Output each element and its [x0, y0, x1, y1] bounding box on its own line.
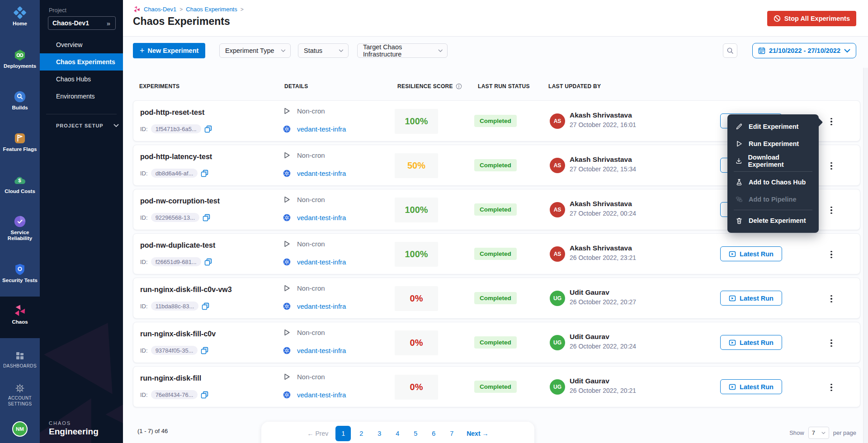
infrastructure-link[interactable]: vedant-test-infra: [297, 214, 346, 222]
experiment-id-line: ID: 76e8f434-76...: [140, 390, 208, 399]
page-size-value: 7: [812, 429, 815, 436]
latest-run-button[interactable]: Latest Run: [720, 246, 782, 261]
rail-item-account-settings[interactable]: ACCOUNT SETTINGS: [0, 383, 40, 407]
breadcrumb-project-link[interactable]: Chaos-Dev1: [144, 6, 176, 13]
user-avatar: UG: [550, 335, 565, 350]
copy-icon[interactable]: [202, 302, 209, 310]
infrastructure-link[interactable]: vedant-test-infra: [297, 125, 346, 133]
infrastructure-link[interactable]: vedant-test-infra: [297, 258, 346, 266]
infrastructure-link[interactable]: vedant-test-infra: [297, 391, 346, 399]
experiment-name: run-nginx-disk-fill-c0v: [140, 330, 216, 338]
kubernetes-icon: [283, 170, 291, 177]
latest-run-button[interactable]: Latest Run: [720, 335, 782, 350]
menu-item-run-experiment[interactable]: Run Experiment: [727, 135, 819, 152]
status-filter[interactable]: Status: [298, 43, 349, 58]
rail-item-deployments[interactable]: Deployments: [0, 49, 40, 69]
resilience-score: 100%: [395, 198, 438, 222]
project-selector[interactable]: Chaos-Dev1 »: [48, 16, 116, 30]
schedule-line: Non-cron: [283, 329, 325, 336]
rail-item-cloud-costs[interactable]: $ Cloud Costs: [0, 174, 40, 194]
user-avatar[interactable]: NM: [12, 421, 28, 437]
rail-item-feature-flags[interactable]: Feature Flags: [0, 132, 40, 152]
prev-page-button[interactable]: ← Prev: [307, 430, 329, 437]
menu-item-label: Add to Chaos Hub: [749, 179, 806, 186]
status-badge: Completed: [474, 292, 517, 304]
row-menu-button[interactable]: [828, 203, 835, 217]
info-icon[interactable]: [456, 83, 462, 90]
schedule-label: Non-cron: [297, 329, 325, 336]
updated-by-name: Udit Gaurav: [570, 377, 609, 385]
page-button-3[interactable]: 3: [372, 426, 387, 441]
row-menu-button[interactable]: [828, 380, 835, 395]
copy-icon[interactable]: [201, 347, 208, 354]
page-button-5[interactable]: 5: [408, 426, 423, 441]
page-button-2[interactable]: 2: [354, 426, 369, 441]
pagination: ← Prev 1234567 Next →: [261, 422, 534, 443]
show-label: Show: [789, 429, 804, 436]
collapse-nav-button[interactable]: »: [106, 19, 111, 27]
infrastructure-line: vedant-test-infra: [283, 170, 346, 177]
date-range-picker[interactable]: 21/10/2022 - 27/10/2022: [752, 43, 856, 58]
search-button[interactable]: [723, 43, 737, 58]
row-menu-button[interactable]: [828, 336, 835, 350]
menu-item-delete-experiment[interactable]: Delete Experiment: [727, 212, 819, 229]
latest-run-button[interactable]: Latest Run: [720, 379, 782, 394]
row-menu-button[interactable]: [828, 247, 835, 262]
nav-item-environments[interactable]: Environments: [40, 88, 123, 105]
page-size-select[interactable]: 7: [808, 427, 829, 439]
page-button-4[interactable]: 4: [390, 426, 405, 441]
updated-by-date: 26 October 2022, 20:27: [570, 298, 636, 306]
nav-item-overview[interactable]: Overview: [40, 36, 123, 53]
updated-by-date: 26 October 2022, 20:24: [570, 343, 636, 350]
copy-icon[interactable]: [201, 391, 208, 399]
play-outline-icon: [283, 196, 291, 203]
rail-item-security-tests[interactable]: Security Tests: [0, 263, 40, 283]
target-infrastructure-filter[interactable]: Target Chaos Infrastructure: [357, 43, 448, 58]
infrastructure-link[interactable]: vedant-test-infra: [297, 302, 346, 310]
new-experiment-label: New Experiment: [148, 47, 199, 54]
infrastructure-link[interactable]: vedant-test-infra: [297, 170, 346, 177]
rail-item-dashboards[interactable]: DASHBOARDS: [0, 350, 40, 369]
nav-item-chaos-hubs[interactable]: Chaos Hubs: [40, 71, 123, 88]
page-button-7[interactable]: 7: [444, 426, 459, 441]
project-label: Project: [49, 7, 66, 14]
copy-icon[interactable]: [204, 258, 212, 266]
experiment-id-line: ID: 92296568-13...: [140, 213, 210, 222]
new-experiment-button[interactable]: + New Experiment: [133, 43, 205, 58]
menu-item-download-experiment[interactable]: Download Experiment: [727, 152, 819, 170]
next-page-button[interactable]: Next →: [467, 430, 488, 437]
experiment-type-filter[interactable]: Experiment Type: [219, 43, 291, 58]
schedule-label: Non-cron: [297, 151, 325, 159]
project-setup-toggle[interactable]: PROJECT SETUP: [56, 123, 119, 128]
copy-icon[interactable]: [204, 125, 212, 133]
copy-icon[interactable]: [203, 214, 210, 222]
builds-icon: [14, 90, 26, 103]
scrollbar-track[interactable]: [863, 68, 868, 443]
home-icon: [14, 6, 26, 19]
copy-icon[interactable]: [201, 170, 208, 177]
infrastructure-link[interactable]: vedant-test-infra: [297, 347, 346, 354]
rail-item-builds[interactable]: Builds: [0, 90, 40, 111]
experiment-name: pod-http-reset-test: [140, 108, 204, 117]
updated-by-name: Udit Gaurav: [570, 333, 609, 341]
experiment-name: run-nginx-disk-fill-c0v-vw3: [140, 286, 232, 294]
row-menu-button[interactable]: [828, 114, 835, 129]
security-tests-icon: [14, 263, 26, 276]
stop-all-experiments-button[interactable]: Stop All Experiments: [767, 11, 856, 26]
rail-item-chaos[interactable]: Chaos: [0, 297, 40, 338]
schedule-line: Non-cron: [283, 196, 325, 203]
play-outline-icon: [283, 373, 291, 381]
breadcrumb-page-link[interactable]: Chaos Experiments: [186, 6, 237, 13]
pipeline-icon: [736, 196, 743, 203]
updated-by-date: 26 October 2022, 23:21: [570, 254, 636, 261]
nav-item-chaos-experiments[interactable]: Chaos Experiments: [40, 53, 123, 71]
menu-item-add-to-chaos-hub[interactable]: Add to Chaos Hub: [727, 174, 819, 191]
menu-item-edit-experiment[interactable]: Edit Experiment: [727, 118, 819, 135]
row-menu-button[interactable]: [828, 292, 835, 306]
latest-run-button[interactable]: Latest Run: [720, 291, 782, 306]
rail-item-service-reliability[interactable]: Service Reliability: [0, 215, 40, 241]
rail-item-home[interactable]: Home: [0, 6, 40, 27]
page-button-1[interactable]: 1: [335, 426, 351, 441]
page-button-6[interactable]: 6: [426, 426, 441, 441]
row-menu-button[interactable]: [828, 159, 835, 173]
